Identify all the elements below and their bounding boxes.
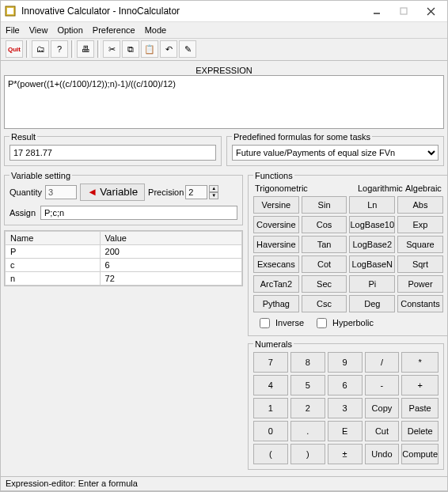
quantity-input[interactable]	[45, 185, 77, 199]
variable-setting-group: Variable setting Quantity ◄Variable Prec…	[4, 171, 243, 225]
num-paste-button[interactable]: Paste	[401, 398, 439, 418]
num-2-button[interactable]: 2	[290, 398, 325, 418]
precision-up-button[interactable]: ▲	[209, 185, 218, 192]
num-sym-button[interactable]: .	[290, 421, 325, 441]
result-legend: Result	[9, 132, 37, 142]
num-8-button[interactable]: 8	[290, 352, 325, 373]
maximize-button[interactable]	[390, 2, 417, 21]
inverse-checkbox[interactable]: Inverse	[256, 316, 304, 331]
precision-input[interactable]	[185, 185, 207, 199]
func-ln-button[interactable]: Ln	[349, 196, 395, 214]
num-sym-button[interactable]: )	[290, 444, 325, 464]
table-row[interactable]: P200	[6, 244, 242, 258]
func-cot-button[interactable]: Cot	[302, 255, 347, 273]
wand-icon[interactable]: ✎	[179, 40, 196, 58]
num-3-button[interactable]: 3	[328, 398, 363, 418]
num-5-button[interactable]: 5	[290, 375, 325, 395]
func-pythag-button[interactable]: Pythag	[253, 295, 299, 312]
assign-input[interactable]	[40, 206, 237, 220]
numerals-legend: Numerals	[253, 339, 294, 349]
func-logbasen-button[interactable]: LogBaseN	[349, 255, 395, 273]
help-icon[interactable]: ?	[51, 40, 68, 58]
func-sec-button[interactable]: Sec	[302, 275, 347, 293]
func-csc-button[interactable]: Csc	[302, 295, 347, 312]
num-7-button[interactable]: 7	[253, 352, 288, 373]
col-trig-label: Trigonometric	[255, 184, 358, 193]
func-power-button[interactable]: Power	[397, 275, 443, 293]
svg-rect-1	[7, 8, 13, 14]
content-area: EXPRESSION Result Predefined formulas fo…	[1, 61, 447, 476]
num-0-button[interactable]: 0	[253, 421, 288, 441]
svg-rect-3	[401, 8, 407, 14]
menu-mode[interactable]: Mode	[145, 25, 167, 35]
func-exsecans-button[interactable]: Exsecans	[253, 255, 299, 273]
close-button[interactable]	[417, 2, 444, 21]
varset-legend: Variable setting	[9, 171, 72, 180]
explorer-icon[interactable]: 🗂	[32, 40, 49, 58]
copy-icon[interactable]: ⧉	[122, 40, 139, 58]
num-undo-button[interactable]: Undo	[365, 444, 400, 464]
num-copy-button[interactable]: Copy	[365, 398, 400, 418]
table-row[interactable]: c6	[6, 258, 242, 271]
func-versine-button[interactable]: Versine	[253, 196, 299, 214]
func-square-button[interactable]: Square	[397, 236, 443, 253]
result-group: Result	[4, 132, 222, 166]
func-arctan2-button[interactable]: ArcTan2	[253, 275, 299, 293]
print-icon[interactable]: 🖶	[77, 40, 94, 58]
predef-select[interactable]: Future value/Payments of equal size FVn	[232, 145, 439, 161]
num-delete-button[interactable]: Delete	[401, 421, 439, 441]
func-logbase2-button[interactable]: LogBase2	[349, 236, 395, 253]
variable-button[interactable]: ◄Variable	[80, 184, 145, 201]
func-cos-button[interactable]: Cos	[302, 216, 347, 233]
func-constants-button[interactable]: Constants	[397, 295, 443, 312]
col-alg-label: Algebraic	[405, 184, 442, 193]
quit-button[interactable]: Quit	[6, 40, 23, 58]
num-1-button[interactable]: 1	[253, 398, 288, 418]
minimize-button[interactable]	[363, 2, 390, 21]
func-coversine-button[interactable]: Coversine	[253, 216, 299, 233]
func-abs-button[interactable]: Abs	[397, 196, 443, 214]
table-header-name[interactable]: Name	[6, 231, 101, 244]
predef-legend: Predefined formulas for some tasks	[232, 132, 372, 142]
menu-option[interactable]: Option	[57, 25, 82, 35]
titlebar: Innovative Calculator - InnoCalculator	[1, 1, 447, 22]
func-tan-button[interactable]: Tan	[302, 236, 347, 253]
app-window: Innovative Calculator - InnoCalculator F…	[0, 0, 448, 492]
expression-label: EXPRESSION	[4, 64, 444, 75]
cut-icon[interactable]: ✂	[103, 40, 120, 58]
num-4-button[interactable]: 4	[253, 375, 288, 395]
undo-icon[interactable]: ↶	[160, 40, 177, 58]
table-header-value[interactable]: Value	[100, 231, 241, 244]
table-row[interactable]: n72	[6, 271, 242, 285]
func-sin-button[interactable]: Sin	[302, 196, 347, 214]
num-sym-button[interactable]: /	[365, 352, 400, 373]
num-e-button[interactable]: E	[328, 421, 363, 441]
func-logbase10-button[interactable]: LogBase10	[349, 216, 395, 233]
num-9-button[interactable]: 9	[328, 352, 363, 373]
func-exp-button[interactable]: Exp	[397, 216, 443, 233]
quantity-label: Quantity	[9, 187, 42, 197]
num-compute-button[interactable]: Compute	[401, 444, 439, 464]
expression-input[interactable]	[4, 75, 444, 129]
func-deg-button[interactable]: Deg	[349, 295, 395, 312]
precision-label: Precision	[148, 187, 184, 197]
func-pi-button[interactable]: Pi	[349, 275, 395, 293]
statusbar: Expression-editor: Enter a formula	[1, 476, 447, 492]
hyperbolic-checkbox[interactable]: Hyperbolic	[313, 316, 374, 331]
paste-icon[interactable]: 📋	[141, 40, 158, 58]
num-sym-button[interactable]: -	[365, 375, 400, 395]
num-sym-button[interactable]: (	[253, 444, 288, 464]
func-sqrt-button[interactable]: Sqrt	[397, 255, 443, 273]
num-sym-button[interactable]: +	[401, 375, 439, 395]
result-output[interactable]	[9, 145, 216, 161]
menu-preference[interactable]: Preference	[93, 25, 135, 35]
num-6-button[interactable]: 6	[328, 375, 363, 395]
col-log-label: Logarithmic	[358, 184, 405, 193]
menu-view[interactable]: View	[29, 25, 48, 35]
func-haversine-button[interactable]: Haversine	[253, 236, 299, 253]
num-sym-button[interactable]: *	[401, 352, 439, 373]
menu-file[interactable]: File	[6, 25, 20, 35]
num-cut-button[interactable]: Cut	[365, 421, 400, 441]
precision-down-button[interactable]: ▼	[209, 192, 218, 199]
num-sym-button[interactable]: ±	[328, 444, 363, 464]
